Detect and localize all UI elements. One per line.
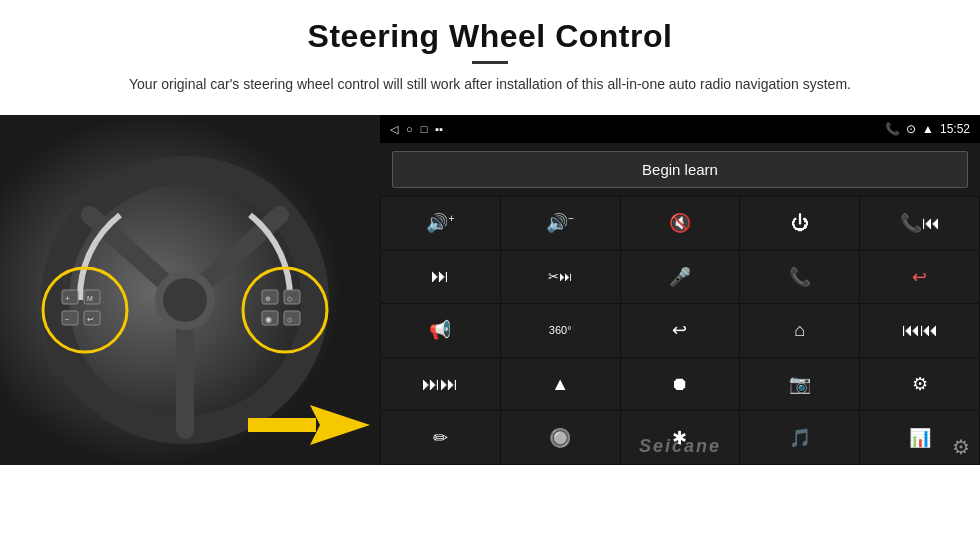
power-button[interactable]: ⏻ bbox=[740, 197, 859, 250]
music-button[interactable]: 🎵 bbox=[740, 411, 859, 464]
navigation-button[interactable]: ▲ bbox=[501, 358, 620, 411]
page-title: Steering Wheel Control bbox=[60, 18, 920, 55]
stylus-icon: ✏ bbox=[433, 427, 448, 449]
stylus-button[interactable]: ✏ bbox=[381, 411, 500, 464]
svg-point-6 bbox=[163, 278, 207, 322]
location-status-icon: ⊙ bbox=[906, 122, 916, 136]
back-nav-button[interactable]: ↩ bbox=[621, 304, 740, 357]
end-call-button[interactable]: ↩ bbox=[860, 251, 979, 304]
home-icon: ⌂ bbox=[794, 320, 805, 341]
eject-icon: ⏺ bbox=[671, 374, 689, 395]
phone-status-icon: 📞 bbox=[885, 122, 900, 136]
steering-bg: + − M ↩ ⊕ ◉ ◇ ◇ bbox=[0, 115, 380, 465]
header-section: Steering Wheel Control Your original car… bbox=[0, 0, 980, 105]
phone-prev-button[interactable]: 📞⏮ bbox=[860, 197, 979, 250]
call-button[interactable]: 📞 bbox=[740, 251, 859, 304]
360-cam-icon: 360° bbox=[549, 324, 572, 336]
360-cam-button[interactable]: 360° bbox=[501, 304, 620, 357]
phone-prev-icon: 📞⏮ bbox=[900, 212, 940, 234]
mute-button[interactable]: 🔇 bbox=[621, 197, 740, 250]
gear-settings-icon[interactable]: ⚙ bbox=[952, 435, 970, 459]
fast-forward-icon: ⏭⏭ bbox=[422, 374, 458, 395]
steering-wheel-svg: + − M ↩ ⊕ ◉ ◇ ◇ bbox=[0, 115, 380, 465]
home-button[interactable]: ⌂ bbox=[740, 304, 859, 357]
fast-prev-icon: ⏮⏮ bbox=[902, 320, 938, 341]
microphone-button[interactable]: 🎤 bbox=[621, 251, 740, 304]
home-nav-icon[interactable]: ○ bbox=[406, 123, 413, 135]
back-nav-icon[interactable]: ◁ bbox=[390, 123, 398, 136]
bluetooth-icon: ✱ bbox=[672, 427, 687, 449]
music-icon: 🎵 bbox=[789, 427, 811, 449]
radio-panel: ◁ ○ □ ▪▪ 📞 ⊙ ▲ 15:52 Begin learn bbox=[380, 115, 980, 465]
eject-button[interactable]: ⏺ bbox=[621, 358, 740, 411]
begin-learn-button[interactable]: Begin learn bbox=[392, 151, 968, 188]
wifi-status-icon: ▲ bbox=[922, 122, 934, 136]
vol-down-icon: 🔊− bbox=[546, 212, 574, 234]
mute-icon: 🔇 bbox=[669, 212, 691, 234]
vol-up-icon: 🔊+ bbox=[426, 212, 454, 234]
recents-nav-icon[interactable]: □ bbox=[421, 123, 428, 135]
steering-panel: + − M ↩ ⊕ ◉ ◇ ◇ bbox=[0, 115, 380, 465]
status-bar: ◁ ○ □ ▪▪ 📞 ⊙ ▲ 15:52 bbox=[380, 115, 980, 143]
svg-text:−: − bbox=[65, 315, 70, 324]
svg-text:⊕: ⊕ bbox=[265, 295, 271, 302]
svg-text:M: M bbox=[87, 295, 93, 302]
next-track-icon: ⏭ bbox=[431, 266, 449, 287]
status-left: ◁ ○ □ ▪▪ bbox=[390, 123, 443, 136]
bluetooth-button[interactable]: ✱ bbox=[621, 411, 740, 464]
fast-prev-button[interactable]: ⏮⏮ bbox=[860, 304, 979, 357]
signal-icon: ▪▪ bbox=[435, 123, 443, 135]
call-icon: 📞 bbox=[789, 266, 811, 288]
begin-learn-row: Begin learn bbox=[380, 143, 980, 196]
svg-text:+: + bbox=[65, 294, 70, 303]
svg-text:◉: ◉ bbox=[265, 315, 272, 324]
vol-up-button[interactable]: 🔊+ bbox=[381, 197, 500, 250]
time-display: 15:52 bbox=[940, 122, 970, 136]
eq-settings-button[interactable]: ⚙ bbox=[860, 358, 979, 411]
vol-down-button[interactable]: 🔊− bbox=[501, 197, 620, 250]
next-track-button[interactable]: ⏭ bbox=[381, 251, 500, 304]
navigation-icon: ▲ bbox=[551, 374, 569, 395]
knob-icon: 🔘 bbox=[549, 427, 571, 449]
eq-settings-icon: ⚙ bbox=[912, 373, 928, 395]
horn-button[interactable]: 📢 bbox=[381, 304, 500, 357]
back-nav-arrow-icon: ↩ bbox=[672, 319, 687, 341]
content-row: + − M ↩ ⊕ ◉ ◇ ◇ bbox=[0, 115, 980, 548]
svg-rect-26 bbox=[248, 418, 316, 432]
camera-button[interactable]: 📷 bbox=[740, 358, 859, 411]
end-call-icon: ↩ bbox=[912, 266, 927, 288]
controls-grid: 🔊+ 🔊− 🔇 ⏻ 📞⏮ ⏭ ✂⏭ bbox=[380, 196, 980, 465]
page-wrapper: Steering Wheel Control Your original car… bbox=[0, 0, 980, 548]
knob-button[interactable]: 🔘 bbox=[501, 411, 620, 464]
subtitle: Your original car's steering wheel contr… bbox=[80, 74, 900, 95]
microphone-icon: 🎤 bbox=[669, 266, 691, 288]
status-right: 📞 ⊙ ▲ 15:52 bbox=[885, 122, 970, 136]
seek-next-button[interactable]: ✂⏭ bbox=[501, 251, 620, 304]
camera-icon: 📷 bbox=[789, 373, 811, 395]
equalizer-icon: 📊 bbox=[909, 427, 931, 449]
horn-icon: 📢 bbox=[429, 319, 451, 341]
power-icon: ⏻ bbox=[791, 213, 809, 234]
fast-forward-button[interactable]: ⏭⏭ bbox=[381, 358, 500, 411]
seek-next-icon: ✂⏭ bbox=[548, 269, 572, 284]
title-divider bbox=[472, 61, 508, 64]
svg-text:↩: ↩ bbox=[87, 315, 94, 324]
